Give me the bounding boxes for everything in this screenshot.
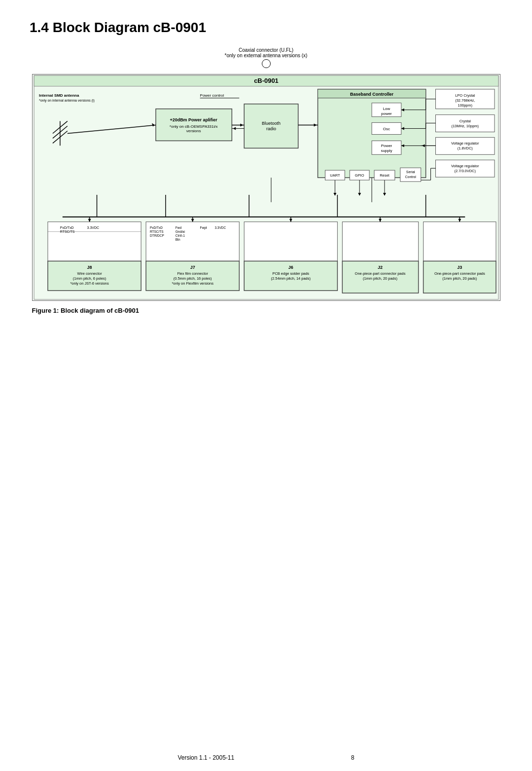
svg-text:PxD/TxD: PxD/TxD bbox=[60, 226, 73, 229]
svg-text:*only on cB-OEMSPA331i/x: *only on cB-OEMSPA331i/x bbox=[169, 124, 217, 129]
footer-version: Version 1.1 - 2005-11 bbox=[177, 754, 234, 761]
page: 1.4 Block Diagram cB-0901 Coaxial connec… bbox=[0, 0, 532, 771]
svg-rect-88 bbox=[244, 222, 337, 261]
svg-text:(2.7/3.0VDC): (2.7/3.0VDC) bbox=[454, 169, 476, 173]
page-title: 1.4 Block Diagram cB-0901 bbox=[30, 20, 502, 36]
svg-text:versions: versions bbox=[186, 129, 201, 133]
svg-text:(2.54mm pitch, 14 pads): (2.54mm pitch, 14 pads) bbox=[271, 276, 311, 281]
svg-text:(1.8VDC): (1.8VDC) bbox=[457, 146, 473, 150]
svg-text:(1mm pitch, 6 poles): (1mm pitch, 6 poles) bbox=[72, 276, 106, 281]
svg-text:Internal SMD antenna: Internal SMD antenna bbox=[39, 93, 79, 98]
svg-text:Ctrl/i-1: Ctrl/i-1 bbox=[175, 234, 184, 237]
svg-text:Control: Control bbox=[405, 175, 416, 179]
svg-text:*only on internal antenna vers: *only on internal antenna versions (i) bbox=[39, 99, 95, 103]
svg-text:100ppm): 100ppm) bbox=[458, 103, 472, 108]
svg-text:DTR/DCP: DTR/DCP bbox=[150, 234, 164, 237]
svg-text:PxD/TxD: PxD/TxD bbox=[150, 226, 163, 229]
svg-text:cB-0901: cB-0901 bbox=[254, 77, 279, 84]
svg-text:Power control: Power control bbox=[200, 93, 224, 98]
diagram-container: Coaxial connector (U.FL) *only on extern… bbox=[32, 47, 500, 314]
page-footer: Version 1.1 - 2005-11 8 bbox=[0, 754, 532, 761]
coaxial-label2: *only on external antenna versions (x) bbox=[32, 53, 500, 58]
svg-text:RTSC/TS: RTSC/TS bbox=[60, 230, 74, 233]
svg-text:(1mm pitch, 20 pads): (1mm pitch, 20 pads) bbox=[442, 276, 477, 281]
svg-text:Power: Power bbox=[381, 144, 392, 148]
svg-text:J8: J8 bbox=[87, 265, 92, 270]
svg-text:Voltage regulator: Voltage regulator bbox=[451, 164, 479, 168]
coaxial-label1: Coaxial connector (U.FL) bbox=[32, 47, 500, 53]
svg-text:J2: J2 bbox=[378, 265, 383, 270]
svg-text:J6: J6 bbox=[288, 265, 293, 270]
svg-text:3.3VDC: 3.3VDC bbox=[87, 226, 99, 229]
svg-text:Flex film connector: Flex film connector bbox=[177, 271, 208, 276]
svg-text:radio: radio bbox=[266, 127, 276, 132]
svg-text:Voltage regulator: Voltage regulator bbox=[451, 141, 479, 146]
svg-text:One-piece-part connector pads: One-piece-part connector pads bbox=[434, 271, 485, 276]
svg-text:RTSC/TS: RTSC/TS bbox=[150, 230, 164, 233]
svg-text:Serial: Serial bbox=[406, 170, 415, 174]
footer-page-number: 8 bbox=[351, 754, 355, 761]
figure-caption: Figure 1: Block diagram of cB-0901 bbox=[32, 307, 500, 314]
svg-text:Baseband Controller: Baseband Controller bbox=[350, 92, 394, 97]
svg-text:(13MHz, 10ppm): (13MHz, 10ppm) bbox=[451, 124, 479, 128]
svg-text:Crystal: Crystal bbox=[459, 119, 471, 123]
svg-text:Btn: Btn bbox=[175, 238, 180, 241]
block-diagram-svg: cB-0901 Internal SMD antenna *only on in… bbox=[32, 74, 500, 301]
coaxial-connector-icon bbox=[262, 59, 271, 68]
svg-text:Osc: Osc bbox=[383, 127, 390, 132]
svg-text:GPIO: GPIO bbox=[355, 173, 364, 178]
svg-text:Low: Low bbox=[383, 107, 390, 111]
svg-text:Wire connector: Wire connector bbox=[77, 271, 102, 276]
svg-text:(1mm pitch, 20 pads): (1mm pitch, 20 pads) bbox=[362, 276, 397, 281]
svg-text:(0.5mm pitch, 16 poles): (0.5mm pitch, 16 poles) bbox=[173, 276, 212, 281]
svg-text:UART: UART bbox=[330, 173, 340, 178]
svg-rect-93 bbox=[342, 222, 418, 261]
svg-text:J7: J7 bbox=[190, 265, 195, 270]
svg-text:(32.768kHz,: (32.768kHz, bbox=[455, 98, 475, 103]
svg-text:Fwd: Fwd bbox=[175, 226, 181, 229]
svg-text:+20dBm Power aplifier: +20dBm Power aplifier bbox=[170, 117, 217, 122]
svg-text:Gnd/ai: Gnd/ai bbox=[175, 230, 184, 233]
svg-text:PCB edge solder pads: PCB edge solder pads bbox=[272, 271, 309, 276]
svg-text:Reset: Reset bbox=[380, 173, 390, 178]
svg-text:3.3VDC: 3.3VDC bbox=[214, 226, 226, 229]
svg-text:Fwpt: Fwpt bbox=[200, 226, 207, 230]
svg-text:Bluetooth: Bluetooth bbox=[262, 121, 281, 126]
svg-text:supply: supply bbox=[381, 148, 392, 153]
svg-rect-98 bbox=[423, 222, 496, 261]
svg-text:LPO Crystal: LPO Crystal bbox=[455, 93, 475, 98]
svg-text:*only on Flexfilm versions: *only on Flexfilm versions bbox=[172, 281, 213, 286]
svg-text:power: power bbox=[381, 111, 392, 116]
svg-text:J3: J3 bbox=[457, 265, 462, 270]
svg-text:One-piece-part connector pads: One-piece-part connector pads bbox=[355, 271, 405, 276]
svg-text:*only on JST-6 versions: *only on JST-6 versions bbox=[70, 281, 109, 286]
